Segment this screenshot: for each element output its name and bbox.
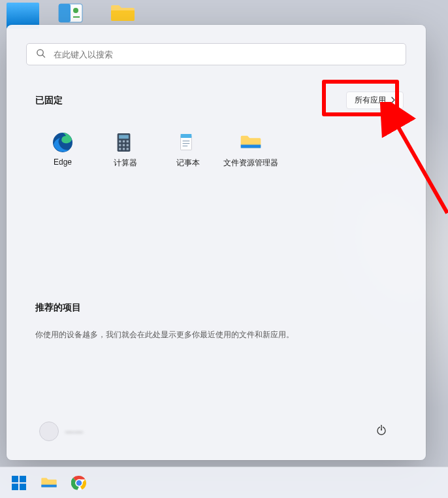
app-tile-edge[interactable]: Edge [31, 129, 94, 171]
search-box[interactable] [26, 43, 406, 65]
calculator-icon [114, 131, 136, 154]
svg-rect-9 [123, 141, 125, 142]
app-tile-calculator[interactable]: 计算器 [94, 129, 157, 171]
svg-rect-11 [119, 144, 121, 146]
svg-rect-14 [119, 148, 121, 150]
svg-rect-16 [127, 148, 129, 150]
svg-rect-7 [119, 135, 129, 139]
user-name: —— [65, 427, 84, 437]
pinned-title: 已固定 [35, 95, 63, 107]
pinned-grid: Edge 计算器 [26, 129, 406, 171]
svg-rect-30 [12, 484, 18, 490]
svg-point-2 [73, 8, 78, 13]
pinned-section: 已固定 所有应用 Edge [26, 91, 406, 171]
svg-rect-15 [123, 148, 125, 150]
file-explorer-icon [240, 131, 262, 154]
all-apps-button[interactable]: 所有应用 [346, 91, 404, 109]
svg-rect-12 [123, 144, 125, 146]
svg-rect-22 [241, 144, 261, 148]
svg-rect-1 [59, 4, 71, 22]
svg-rect-29 [20, 476, 26, 482]
file-explorer-icon [40, 476, 57, 490]
app-label: 计算器 [114, 158, 137, 169]
power-button[interactable] [370, 420, 393, 443]
search-input[interactable] [54, 50, 396, 59]
taskbar-file-explorer[interactable] [35, 471, 63, 495]
recommended-description: 你使用的设备越多，我们就会在此处显示更多你最近使用的文件和新应用。 [35, 329, 397, 340]
app-tile-file-explorer[interactable]: 文件资源管理器 [219, 129, 282, 171]
start-menu-footer: —— [26, 413, 406, 452]
svg-rect-10 [127, 141, 129, 142]
svg-point-3 [37, 49, 43, 55]
taskbar-browser[interactable] [65, 471, 93, 495]
app-label: 文件资源管理器 [223, 158, 278, 169]
edge-icon [52, 131, 74, 154]
search-icon [36, 48, 46, 61]
svg-rect-17 [181, 136, 192, 150]
power-icon [376, 424, 387, 439]
svg-rect-28 [12, 476, 18, 482]
all-apps-label: 所有应用 [355, 95, 386, 106]
svg-rect-32 [41, 484, 56, 487]
avatar [39, 422, 59, 441]
svg-rect-18 [181, 134, 192, 138]
svg-rect-31 [20, 484, 26, 490]
svg-rect-8 [119, 141, 121, 142]
recommended-section: 推荐的项目 你使用的设备越多，我们就会在此处显示更多你最近使用的文件和新应用。 [26, 302, 406, 340]
user-account-button[interactable]: —— [39, 422, 84, 441]
start-menu: 已固定 所有应用 Edge [7, 25, 426, 460]
notepad-icon [177, 131, 199, 154]
app-tile-notepad[interactable]: 记事本 [157, 129, 219, 171]
app-label: Edge [54, 158, 72, 167]
svg-line-4 [42, 55, 44, 57]
app-label: 记事本 [176, 158, 200, 169]
windows-logo-icon [11, 475, 27, 491]
chrome-icon [71, 475, 87, 491]
svg-rect-13 [127, 144, 129, 146]
taskbar [0, 467, 448, 498]
recommended-title: 推荐的项目 [35, 302, 397, 314]
chevron-right-icon [390, 96, 396, 105]
start-button[interactable] [5, 471, 33, 495]
